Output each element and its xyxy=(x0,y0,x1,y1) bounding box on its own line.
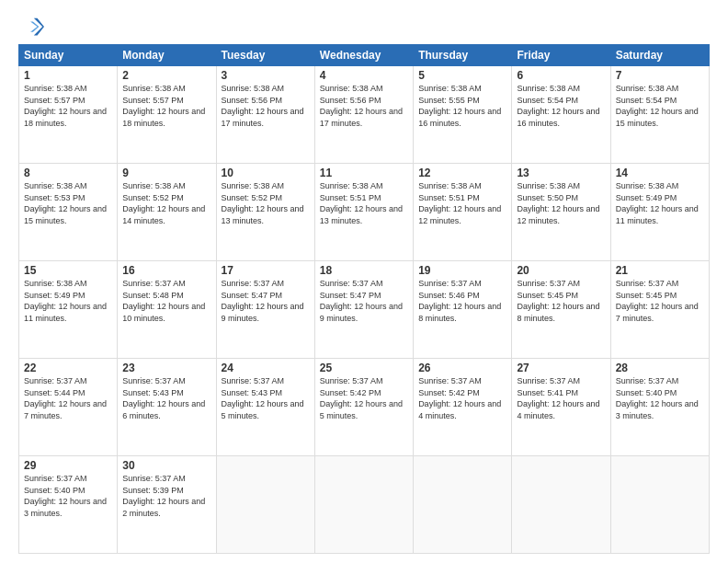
day-number: 18 xyxy=(320,264,408,277)
calendar-cell: 20 Sunrise: 5:37 AMSunset: 5:45 PMDaylig… xyxy=(512,261,610,359)
day-number: 22 xyxy=(24,362,112,374)
header-row: Sunday Monday Tuesday Wednesday Thursday… xyxy=(19,45,710,66)
day-number: 17 xyxy=(222,264,310,277)
calendar-cell xyxy=(314,456,413,554)
day-info: Sunrise: 5:37 AMSunset: 5:40 PMDaylight:… xyxy=(24,473,112,519)
calendar-cell: 3 Sunrise: 5:38 AMSunset: 5:56 PMDayligh… xyxy=(216,66,314,164)
day-info: Sunrise: 5:38 AMSunset: 5:57 PMDaylight:… xyxy=(122,83,210,129)
calendar-cell: 18 Sunrise: 5:37 AMSunset: 5:47 PMDaylig… xyxy=(314,261,413,359)
calendar-row: 29 Sunrise: 5:37 AMSunset: 5:40 PMDaylig… xyxy=(19,456,710,554)
calendar-cell: 12 Sunrise: 5:38 AMSunset: 5:51 PMDaylig… xyxy=(414,164,512,261)
day-info: Sunrise: 5:37 AMSunset: 5:46 PMDaylight:… xyxy=(418,278,506,324)
day-number: 29 xyxy=(24,459,112,472)
day-number: 9 xyxy=(122,167,210,179)
calendar-row: 1 Sunrise: 5:38 AMSunset: 5:57 PMDayligh… xyxy=(19,66,710,164)
col-saturday: Saturday xyxy=(610,45,709,66)
calendar-cell: 19 Sunrise: 5:37 AMSunset: 5:46 PMDaylig… xyxy=(414,261,512,359)
day-info: Sunrise: 5:38 AMSunset: 5:49 PMDaylight:… xyxy=(616,180,704,226)
calendar-cell: 25 Sunrise: 5:37 AMSunset: 5:42 PMDaylig… xyxy=(314,359,413,456)
calendar-cell: 17 Sunrise: 5:37 AMSunset: 5:47 PMDaylig… xyxy=(216,261,314,359)
calendar-cell: 23 Sunrise: 5:37 AMSunset: 5:43 PMDaylig… xyxy=(118,359,216,456)
day-info: Sunrise: 5:38 AMSunset: 5:52 PMDaylight:… xyxy=(122,180,210,226)
day-number: 16 xyxy=(122,264,210,277)
calendar: Sunday Monday Tuesday Wednesday Thursday… xyxy=(18,44,710,554)
day-info: Sunrise: 5:37 AMSunset: 5:45 PMDaylight:… xyxy=(517,278,605,324)
day-number: 2 xyxy=(122,69,210,82)
svg-marker-0 xyxy=(34,18,44,36)
day-info: Sunrise: 5:37 AMSunset: 5:45 PMDaylight:… xyxy=(616,278,704,324)
logo-icon xyxy=(18,15,44,40)
day-number: 5 xyxy=(418,69,506,82)
calendar-cell: 9 Sunrise: 5:38 AMSunset: 5:52 PMDayligh… xyxy=(118,164,216,261)
svg-marker-1 xyxy=(30,21,39,31)
day-info: Sunrise: 5:38 AMSunset: 5:51 PMDaylight:… xyxy=(418,180,506,226)
day-info: Sunrise: 5:38 AMSunset: 5:53 PMDaylight:… xyxy=(24,180,112,226)
calendar-cell: 11 Sunrise: 5:38 AMSunset: 5:51 PMDaylig… xyxy=(314,164,413,261)
day-number: 30 xyxy=(122,459,210,472)
day-number: 8 xyxy=(24,167,112,179)
day-number: 15 xyxy=(24,264,112,277)
col-friday: Friday xyxy=(512,45,610,66)
day-info: Sunrise: 5:37 AMSunset: 5:41 PMDaylight:… xyxy=(517,375,605,421)
calendar-cell: 26 Sunrise: 5:37 AMSunset: 5:42 PMDaylig… xyxy=(414,359,512,456)
day-info: Sunrise: 5:37 AMSunset: 5:39 PMDaylight:… xyxy=(122,473,210,519)
calendar-cell xyxy=(610,456,709,554)
calendar-cell: 13 Sunrise: 5:38 AMSunset: 5:50 PMDaylig… xyxy=(512,164,610,261)
calendar-cell: 29 Sunrise: 5:37 AMSunset: 5:40 PMDaylig… xyxy=(19,456,118,554)
calendar-cell xyxy=(414,456,512,554)
calendar-cell: 2 Sunrise: 5:38 AMSunset: 5:57 PMDayligh… xyxy=(118,66,216,164)
calendar-cell xyxy=(216,456,314,554)
day-number: 21 xyxy=(616,264,704,277)
day-number: 27 xyxy=(517,362,605,374)
day-number: 12 xyxy=(418,167,506,179)
col-wednesday: Wednesday xyxy=(314,45,413,66)
calendar-row: 15 Sunrise: 5:38 AMSunset: 5:49 PMDaylig… xyxy=(19,261,710,359)
day-info: Sunrise: 5:38 AMSunset: 5:57 PMDaylight:… xyxy=(24,83,112,129)
calendar-cell: 21 Sunrise: 5:37 AMSunset: 5:45 PMDaylig… xyxy=(610,261,709,359)
day-info: Sunrise: 5:37 AMSunset: 5:43 PMDaylight:… xyxy=(122,375,210,421)
calendar-cell xyxy=(512,456,610,554)
calendar-cell: 15 Sunrise: 5:38 AMSunset: 5:49 PMDaylig… xyxy=(19,261,118,359)
day-number: 4 xyxy=(320,69,408,82)
calendar-cell: 28 Sunrise: 5:37 AMSunset: 5:40 PMDaylig… xyxy=(610,359,709,456)
calendar-row: 8 Sunrise: 5:38 AMSunset: 5:53 PMDayligh… xyxy=(19,164,710,261)
day-number: 10 xyxy=(222,167,310,179)
calendar-cell: 4 Sunrise: 5:38 AMSunset: 5:56 PMDayligh… xyxy=(314,66,413,164)
day-info: Sunrise: 5:37 AMSunset: 5:47 PMDaylight:… xyxy=(222,278,310,324)
day-info: Sunrise: 5:37 AMSunset: 5:47 PMDaylight:… xyxy=(320,278,408,324)
col-thursday: Thursday xyxy=(414,45,512,66)
col-tuesday: Tuesday xyxy=(216,45,314,66)
day-number: 3 xyxy=(222,69,310,82)
day-info: Sunrise: 5:38 AMSunset: 5:54 PMDaylight:… xyxy=(616,83,704,129)
day-info: Sunrise: 5:37 AMSunset: 5:42 PMDaylight:… xyxy=(320,375,408,421)
day-info: Sunrise: 5:38 AMSunset: 5:55 PMDaylight:… xyxy=(418,83,506,129)
day-number: 24 xyxy=(222,362,310,374)
calendar-cell: 24 Sunrise: 5:37 AMSunset: 5:43 PMDaylig… xyxy=(216,359,314,456)
day-info: Sunrise: 5:38 AMSunset: 5:52 PMDaylight:… xyxy=(222,180,310,226)
calendar-cell: 22 Sunrise: 5:37 AMSunset: 5:44 PMDaylig… xyxy=(19,359,118,456)
day-info: Sunrise: 5:38 AMSunset: 5:56 PMDaylight:… xyxy=(320,83,408,129)
day-info: Sunrise: 5:37 AMSunset: 5:44 PMDaylight:… xyxy=(24,375,112,421)
calendar-cell: 5 Sunrise: 5:38 AMSunset: 5:55 PMDayligh… xyxy=(414,66,512,164)
day-number: 13 xyxy=(517,167,605,179)
calendar-cell: 1 Sunrise: 5:38 AMSunset: 5:57 PMDayligh… xyxy=(19,66,118,164)
calendar-cell: 10 Sunrise: 5:38 AMSunset: 5:52 PMDaylig… xyxy=(216,164,314,261)
day-number: 14 xyxy=(616,167,704,179)
day-number: 26 xyxy=(418,362,506,374)
day-info: Sunrise: 5:37 AMSunset: 5:43 PMDaylight:… xyxy=(222,375,310,421)
calendar-cell: 8 Sunrise: 5:38 AMSunset: 5:53 PMDayligh… xyxy=(19,164,118,261)
day-number: 25 xyxy=(320,362,408,374)
day-info: Sunrise: 5:37 AMSunset: 5:48 PMDaylight:… xyxy=(122,278,210,324)
header xyxy=(18,15,710,40)
calendar-cell: 16 Sunrise: 5:37 AMSunset: 5:48 PMDaylig… xyxy=(118,261,216,359)
calendar-cell: 6 Sunrise: 5:38 AMSunset: 5:54 PMDayligh… xyxy=(512,66,610,164)
calendar-row: 22 Sunrise: 5:37 AMSunset: 5:44 PMDaylig… xyxy=(19,359,710,456)
day-info: Sunrise: 5:38 AMSunset: 5:49 PMDaylight:… xyxy=(24,278,112,324)
day-number: 20 xyxy=(517,264,605,277)
day-info: Sunrise: 5:38 AMSunset: 5:51 PMDaylight:… xyxy=(320,180,408,226)
calendar-cell: 27 Sunrise: 5:37 AMSunset: 5:41 PMDaylig… xyxy=(512,359,610,456)
day-info: Sunrise: 5:38 AMSunset: 5:50 PMDaylight:… xyxy=(517,180,605,226)
col-monday: Monday xyxy=(118,45,216,66)
day-number: 7 xyxy=(616,69,704,82)
day-info: Sunrise: 5:37 AMSunset: 5:42 PMDaylight:… xyxy=(418,375,506,421)
